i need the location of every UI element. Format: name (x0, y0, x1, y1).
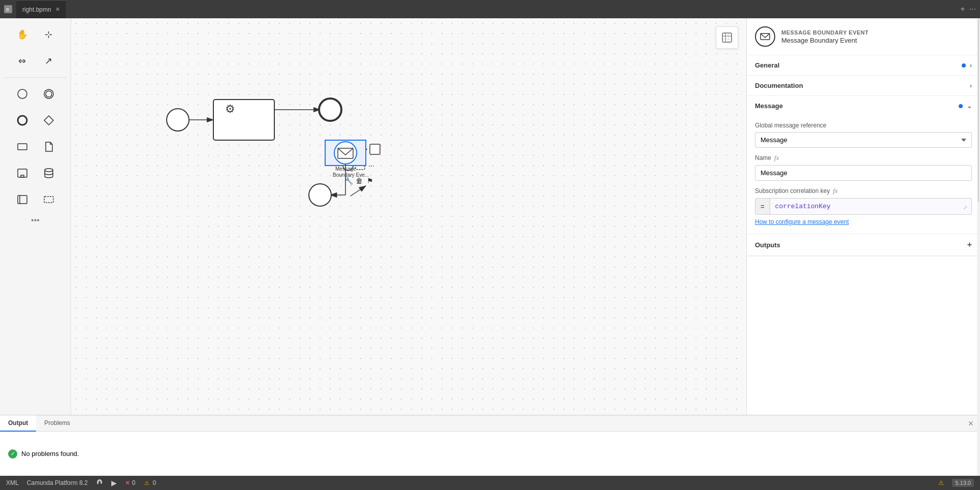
more-icon[interactable]: ··· (969, 5, 976, 14)
arrows-tool-button[interactable]: ⇔ (10, 49, 35, 73)
toolbar-row-3 (4, 82, 67, 106)
svg-rect-13 (44, 197, 53, 203)
bottom-section: Output Problems ✕ ✓ No problems found. (0, 415, 980, 476)
rocket-icon[interactable] (96, 479, 103, 487)
general-section: General › (747, 55, 980, 76)
tab-close-icon[interactable]: ✕ (55, 6, 60, 13)
more-tools-button[interactable]: ••• (4, 214, 67, 227)
svg-point-10 (45, 169, 53, 172)
xml-label[interactable]: XML (6, 479, 19, 486)
general-section-header[interactable]: General › (747, 55, 980, 75)
warning-badge: ⚠ 0 (143, 479, 156, 486)
diagonal-tool-button[interactable]: ↗ (37, 49, 61, 73)
svg-text:···: ··· (368, 161, 374, 170)
documentation-section: Documentation › (747, 76, 980, 96)
message-dot-indicator (959, 104, 963, 108)
panel-header-icon (755, 26, 775, 47)
error-badge: ✕ 0 (125, 479, 136, 486)
save-warning-icon: ⚠ (938, 479, 944, 486)
outputs-expand-icon[interactable]: + (967, 240, 972, 249)
tab-label: right.bpmn (22, 6, 51, 13)
help-link[interactable]: How to configure a message event (755, 218, 849, 225)
bottom-tabs: Output Problems ✕ (0, 415, 980, 432)
subscription-fx-icon: fx (833, 187, 837, 195)
global-message-reference-select[interactable]: Message (755, 132, 972, 148)
status-bar: XML Camunda Platform 8.2 ▶ ✕ 0 ⚠ 0 ⚠ 5.1… (0, 476, 980, 490)
rect-tool-button[interactable] (10, 135, 35, 159)
svg-point-20 (319, 99, 341, 121)
svg-point-15 (167, 109, 189, 131)
panel-header: MESSAGE BOUNDARY EVENT Message Boundary … (747, 18, 980, 55)
svg-text:B: B (6, 7, 9, 12)
svg-rect-7 (18, 144, 27, 150)
pool-tool-button[interactable] (10, 187, 35, 212)
panel-header-subtitle: Message Boundary Event (781, 37, 869, 44)
outputs-section: Outputs + (747, 234, 980, 256)
outputs-section-header[interactable]: Outputs + (747, 234, 980, 256)
subscription-label: Subscription correlation key fx (755, 187, 972, 195)
name-input[interactable] (755, 165, 972, 181)
svg-text:Boundary Eve...: Boundary Eve... (333, 172, 369, 178)
success-icon: ✓ (8, 449, 17, 459)
data-object-tool-button[interactable] (37, 135, 61, 159)
status-message: No problems found. (21, 450, 79, 458)
play-button[interactable]: ▶ (111, 479, 117, 487)
svg-text:🗑: 🗑 (356, 177, 363, 185)
warning-icon: ⚠ (143, 479, 150, 486)
message-chevron-icon: ⌄ (967, 103, 972, 110)
circle-filled-tool-button[interactable] (10, 108, 35, 133)
svg-text:⚙: ⚙ (225, 103, 235, 115)
minimap-button[interactable] (716, 26, 738, 49)
problems-tab[interactable]: Problems (36, 415, 78, 432)
general-dot-indicator (962, 63, 966, 68)
expression-expand-icon[interactable]: ⤢ (959, 199, 971, 214)
svg-line-30 (351, 186, 366, 196)
title-bar: B right.bpmn ✕ + ··· (0, 0, 980, 18)
app-icon: B (4, 5, 12, 13)
circle-tool-button[interactable] (10, 82, 35, 106)
database-tool-button[interactable] (37, 161, 61, 185)
message-section-right: ⌄ (959, 103, 972, 110)
warning-count: 0 (152, 479, 156, 486)
toolbar-divider-1 (4, 77, 67, 78)
svg-rect-9 (21, 175, 24, 177)
expression-field: = ⤢ (755, 198, 972, 215)
name-fx-icon: fx (774, 154, 779, 162)
general-section-right: › (962, 62, 972, 69)
right-panel: MESSAGE BOUNDARY EVENT Message Boundary … (746, 18, 980, 415)
file-tab[interactable]: right.bpmn ✕ (16, 0, 66, 18)
bpmn-diagram: ⚙ ··· (152, 59, 406, 223)
toolbar-row-2: ⇔ ↗ (4, 49, 67, 73)
canvas-area[interactable]: ⚙ ··· (71, 18, 746, 415)
dashed-rect-tool-button[interactable] (37, 187, 61, 212)
svg-marker-6 (44, 116, 53, 125)
hand-tool-button[interactable]: ✋ (10, 22, 35, 47)
general-chevron-icon: › (970, 62, 972, 69)
bottom-content: ✓ No problems found. (0, 432, 980, 476)
expression-equals-sign: = (755, 199, 770, 214)
output-tab[interactable]: Output (0, 415, 36, 432)
subprocess-tool-button[interactable] (10, 161, 35, 185)
diamond-tool-button[interactable] (37, 108, 61, 133)
toolbar-row-7 (4, 187, 67, 212)
main-layout: ✋ ⊹ ⇔ ↗ (0, 18, 980, 415)
circle-double-tool-button[interactable] (37, 82, 61, 106)
message-section-content: Global message reference Message Name fx… (747, 116, 980, 234)
error-x-icon: ✕ (125, 479, 130, 486)
error-count: 0 (132, 479, 136, 486)
message-section: Message ⌄ Global message reference Messa… (747, 96, 980, 234)
svg-rect-23 (370, 144, 380, 154)
toolbar-row-6 (4, 161, 67, 185)
message-section-header[interactable]: Message ⌄ (747, 96, 980, 116)
add-tab-icon[interactable]: + (960, 5, 965, 14)
documentation-section-right: › (970, 82, 972, 89)
lasso-tool-button[interactable]: ⊹ (37, 22, 61, 47)
documentation-section-label: Documentation (755, 82, 803, 89)
title-bar-actions: + ··· (960, 5, 976, 14)
documentation-section-header[interactable]: Documentation › (747, 76, 980, 95)
version-badge: 5.13.0 (952, 479, 974, 487)
expression-input[interactable] (770, 199, 959, 214)
panel-header-text: MESSAGE BOUNDARY EVENT Message Boundary … (781, 29, 869, 44)
svg-rect-14 (722, 33, 732, 42)
name-label: Name fx (755, 154, 972, 162)
